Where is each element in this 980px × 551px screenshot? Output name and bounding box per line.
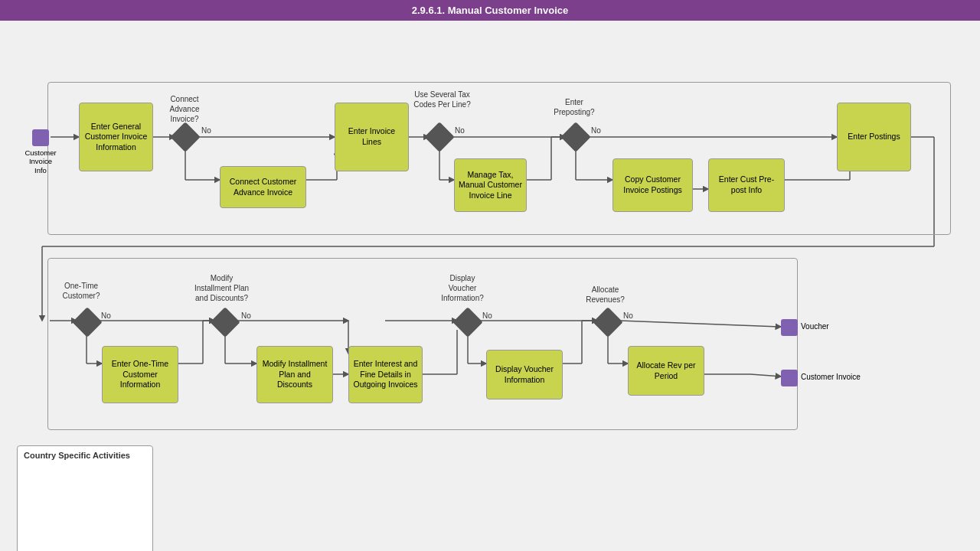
enter-cust-pre-label: Enter Cust Pre-post Info: [712, 174, 781, 195]
manage-tax-box[interactable]: Manage Tax, Manual Customer Invoice Line: [454, 158, 527, 212]
diamond-4-no: No: [101, 311, 111, 320]
end-voucher-label: Voucher: [801, 322, 829, 331]
swimlane-2: [47, 258, 798, 430]
connect-customer-label: Connect Customer Advance Invoice: [224, 177, 302, 197]
enter-one-time-label: Enter One-Time Customer Information: [106, 359, 175, 390]
copy-customer-box[interactable]: Copy Customer Invoice Postings: [612, 158, 693, 212]
manage-tax-label: Manage Tax, Manual Customer Invoice Line: [458, 170, 523, 201]
allocate-rev-box[interactable]: Allocate Rev per Period: [628, 346, 704, 396]
diamond-1-question: Connect Advance Invoice?: [158, 94, 211, 124]
enter-postings-label: Enter Postings: [848, 132, 900, 142]
enter-postings-box[interactable]: Enter Postings: [837, 103, 911, 171]
diamond-6-question: Display Voucher Information?: [435, 273, 490, 303]
diamond-3-question: Enter Preposting?: [551, 97, 597, 117]
enter-general-label: Enter General Customer Invoice Informati…: [83, 122, 149, 153]
diamond-5-question: Modify Installment Plan and Discounts?: [193, 273, 250, 303]
diamond-2-no: No: [455, 126, 465, 135]
allocate-rev-label: Allocate Rev per Period: [632, 360, 701, 381]
diamond-2-question: Use Several Tax Codes Per Line?: [413, 90, 471, 109]
header: 2.9.6.1. Manual Customer Invoice: [0, 0, 980, 21]
canvas: Customer Invoice Info Enter General Cust…: [0, 21, 980, 549]
country-specific-label: Country Specific Activities: [24, 451, 130, 460]
enter-one-time-box[interactable]: Enter One-Time Customer Information: [102, 346, 178, 403]
diamond-7-question: Allocate Revenues?: [580, 285, 630, 305]
copy-customer-label: Copy Customer Invoice Postings: [616, 174, 689, 195]
connect-customer-box[interactable]: Connect Customer Advance Invoice: [220, 166, 306, 208]
enter-interest-label: Enter Interest and Fine Details in Outgo…: [352, 359, 419, 390]
enter-cust-pre-box[interactable]: Enter Cust Pre-post Info: [708, 158, 785, 212]
start-event-1: [32, 129, 49, 146]
enter-invoice-lines-box[interactable]: Enter Invoice Lines: [335, 103, 409, 171]
end-customer-invoice-icon: [781, 370, 798, 386]
modify-installment-label: Modify Installment Plan and Discounts: [260, 359, 329, 390]
enter-invoice-lines-label: Enter Invoice Lines: [338, 126, 405, 147]
end-customer-invoice-label: Customer Invoice: [801, 373, 861, 381]
diamond-5-no: No: [241, 311, 251, 320]
country-specific-box: Country Specific Activities Mexico Speci…: [17, 445, 153, 551]
diamond-4-question: One-Time Customer?: [57, 281, 105, 301]
header-title: 2.9.6.1. Manual Customer Invoice: [412, 5, 568, 16]
end-voucher-icon: [781, 319, 798, 336]
display-voucher-box[interactable]: Display Voucher Information: [486, 350, 563, 399]
modify-installment-box[interactable]: Modify Installment Plan and Discounts: [256, 346, 333, 403]
diamond-1-no: No: [201, 126, 211, 135]
display-voucher-label: Display Voucher Information: [490, 364, 559, 385]
start-event-1-label: Customer Invoice Info: [23, 148, 58, 174]
enter-interest-box[interactable]: Enter Interest and Fine Details in Outgo…: [348, 346, 423, 403]
diamond-6-no: No: [482, 311, 492, 320]
diamond-3-no: No: [591, 126, 601, 135]
enter-general-box[interactable]: Enter General Customer Invoice Informati…: [79, 103, 153, 171]
diamond-7-no: No: [623, 311, 633, 320]
